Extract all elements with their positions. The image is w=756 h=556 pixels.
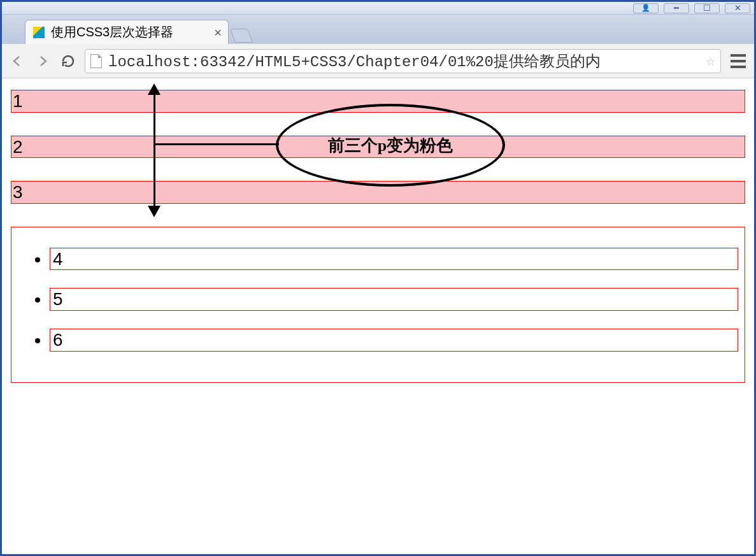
page-viewport: 1 2 3 4 5 6 前三个p变为粉色 <box>2 78 754 554</box>
list-item: 4 <box>50 248 738 271</box>
paragraph-4: 4 <box>50 248 738 271</box>
paragraph-1: 1 <box>11 90 745 113</box>
paragraph-6: 6 <box>50 329 738 352</box>
tab-title: 使用CSS3层次选择器 <box>51 24 173 41</box>
list-item: 6 <box>50 329 738 352</box>
favicon-icon <box>33 27 45 38</box>
url-text: localhost:63342/HTML5+CSS3/Chapter04/01%… <box>108 51 601 71</box>
list-container: 4 5 6 <box>11 227 745 383</box>
window-titlebar: ━ ☐ ✕ <box>2 2 754 15</box>
browser-tab[interactable]: 使用CSS3层次选择器 × <box>25 20 229 44</box>
browser-toolbar: localhost:63342/HTML5+CSS3/Chapter04/01%… <box>2 44 754 78</box>
paragraph-2: 2 <box>11 136 745 159</box>
forward-button[interactable] <box>34 52 52 70</box>
annotation-arrow-down-icon <box>148 206 160 217</box>
close-window-button[interactable]: ✕ <box>725 3 750 13</box>
menu-button[interactable] <box>729 52 748 71</box>
bookmark-star-icon[interactable]: ☆ <box>706 52 715 70</box>
maximize-button[interactable]: ☐ <box>694 3 720 13</box>
paragraph-3: 3 <box>11 181 745 204</box>
list-item: 5 <box>50 288 738 311</box>
new-tab-button[interactable] <box>230 29 253 43</box>
browser-window: ━ ☐ ✕ 使用CSS3层次选择器 × localhost:63342/HTML… <box>0 0 756 556</box>
address-bar[interactable]: localhost:63342/HTML5+CSS3/Chapter04/01%… <box>85 49 721 73</box>
user-button[interactable] <box>633 3 659 13</box>
minimize-button[interactable]: ━ <box>664 3 689 13</box>
tab-close-button[interactable]: × <box>214 25 222 39</box>
tab-strip: 使用CSS3层次选择器 × <box>2 15 754 44</box>
reload-button[interactable] <box>59 52 77 70</box>
page-icon <box>90 54 102 68</box>
paragraph-5: 5 <box>50 288 738 311</box>
back-button[interactable] <box>8 52 26 70</box>
